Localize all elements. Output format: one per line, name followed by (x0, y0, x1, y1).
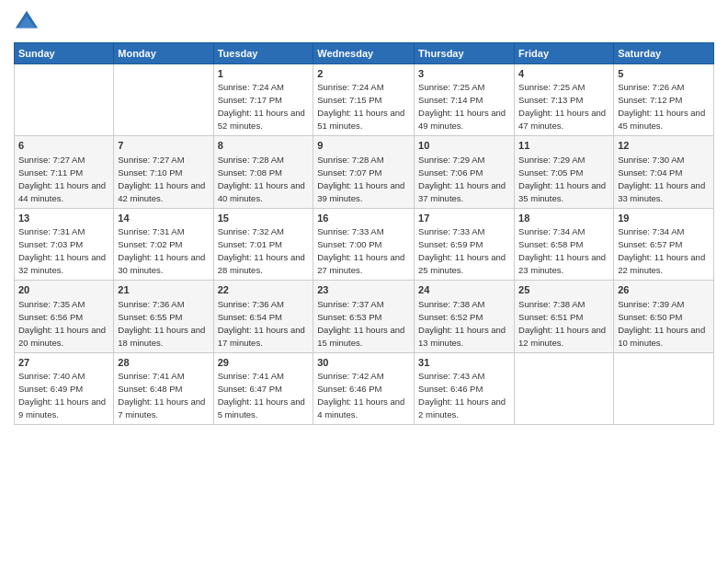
day-number: 15 (218, 212, 310, 225)
day-info: Sunrise: 7:29 AM Sunset: 7:05 PM Dayligh… (518, 155, 606, 203)
day-number: 17 (418, 212, 510, 225)
day-number: 10 (418, 139, 510, 153)
day-number: 11 (518, 139, 609, 153)
week-row-3: 13Sunrise: 7:31 AM Sunset: 7:03 PM Dayli… (15, 208, 714, 280)
calendar-table: SundayMondayTuesdayWednesdayThursdayFrid… (14, 42, 714, 425)
cell-4-1: 20Sunrise: 7:35 AM Sunset: 6:56 PM Dayli… (15, 281, 114, 352)
day-number: 29 (218, 356, 310, 370)
cell-3-3: 15Sunrise: 7:32 AM Sunset: 7:01 PM Dayli… (213, 208, 313, 280)
header-row: SundayMondayTuesdayWednesdayThursdayFrid… (15, 43, 714, 64)
cell-5-7 (614, 352, 714, 424)
cell-4-3: 22Sunrise: 7:36 AM Sunset: 6:54 PM Dayli… (213, 281, 313, 352)
day-info: Sunrise: 7:25 AM Sunset: 7:14 PM Dayligh… (418, 82, 506, 131)
day-number: 5 (618, 67, 710, 81)
cell-4-2: 21Sunrise: 7:36 AM Sunset: 6:55 PM Dayli… (114, 281, 213, 352)
cell-3-2: 14Sunrise: 7:31 AM Sunset: 7:02 PM Dayli… (114, 208, 213, 280)
cell-5-2: 28Sunrise: 7:41 AM Sunset: 6:48 PM Dayli… (114, 352, 213, 424)
cell-2-5: 10Sunrise: 7:29 AM Sunset: 7:06 PM Dayli… (415, 136, 515, 208)
cell-5-3: 29Sunrise: 7:41 AM Sunset: 6:47 PM Dayli… (213, 352, 313, 424)
cell-2-1: 6Sunrise: 7:27 AM Sunset: 7:11 PM Daylig… (15, 136, 114, 208)
cell-1-6: 4Sunrise: 7:25 AM Sunset: 7:13 PM Daylig… (515, 64, 614, 136)
header-thursday: Thursday (415, 43, 515, 64)
day-info: Sunrise: 7:31 AM Sunset: 7:03 PM Dayligh… (18, 226, 106, 275)
week-row-1: 1Sunrise: 7:24 AM Sunset: 7:17 PM Daylig… (15, 64, 714, 136)
cell-1-4: 2Sunrise: 7:24 AM Sunset: 7:15 PM Daylig… (313, 64, 415, 136)
cell-1-2 (114, 64, 213, 136)
day-info: Sunrise: 7:33 AM Sunset: 7:00 PM Dayligh… (317, 226, 404, 275)
day-info: Sunrise: 7:43 AM Sunset: 6:46 PM Dayligh… (418, 371, 506, 419)
page-container: SundayMondayTuesdayWednesdayThursdayFrid… (0, 0, 728, 563)
header-sunday: Sunday (15, 43, 114, 64)
cell-4-5: 24Sunrise: 7:38 AM Sunset: 6:52 PM Dayli… (415, 281, 515, 352)
day-number: 25 (518, 283, 609, 297)
day-number: 6 (18, 139, 109, 153)
cell-3-6: 18Sunrise: 7:34 AM Sunset: 6:58 PM Dayli… (515, 208, 614, 280)
day-number: 8 (218, 139, 310, 153)
day-info: Sunrise: 7:38 AM Sunset: 6:52 PM Dayligh… (418, 299, 506, 348)
cell-3-1: 13Sunrise: 7:31 AM Sunset: 7:03 PM Dayli… (15, 208, 114, 280)
day-number: 4 (518, 67, 609, 81)
cell-5-4: 30Sunrise: 7:42 AM Sunset: 6:46 PM Dayli… (313, 352, 415, 424)
day-info: Sunrise: 7:41 AM Sunset: 6:48 PM Dayligh… (118, 371, 205, 419)
logo (14, 9, 43, 35)
day-number: 1 (218, 67, 310, 81)
day-number: 19 (618, 212, 710, 225)
day-number: 31 (418, 356, 510, 370)
header-friday: Friday (515, 43, 614, 64)
cell-1-3: 1Sunrise: 7:24 AM Sunset: 7:17 PM Daylig… (213, 64, 313, 136)
cell-2-2: 7Sunrise: 7:27 AM Sunset: 7:10 PM Daylig… (114, 136, 213, 208)
day-info: Sunrise: 7:40 AM Sunset: 6:49 PM Dayligh… (18, 371, 106, 419)
header-monday: Monday (114, 43, 213, 64)
week-row-4: 20Sunrise: 7:35 AM Sunset: 6:56 PM Dayli… (15, 281, 714, 352)
day-info: Sunrise: 7:38 AM Sunset: 6:51 PM Dayligh… (518, 299, 606, 348)
calendar-header: SundayMondayTuesdayWednesdayThursdayFrid… (15, 43, 714, 64)
day-number: 13 (18, 212, 109, 225)
day-number: 24 (418, 283, 510, 297)
day-number: 12 (618, 139, 710, 153)
day-number: 7 (118, 139, 209, 153)
cell-1-7: 5Sunrise: 7:26 AM Sunset: 7:12 PM Daylig… (614, 64, 714, 136)
day-info: Sunrise: 7:24 AM Sunset: 7:17 PM Dayligh… (218, 82, 305, 131)
day-info: Sunrise: 7:36 AM Sunset: 6:54 PM Dayligh… (218, 299, 305, 348)
cell-4-6: 25Sunrise: 7:38 AM Sunset: 6:51 PM Dayli… (515, 281, 614, 352)
cell-4-4: 23Sunrise: 7:37 AM Sunset: 6:53 PM Dayli… (313, 281, 415, 352)
cell-5-1: 27Sunrise: 7:40 AM Sunset: 6:49 PM Dayli… (15, 352, 114, 424)
day-info: Sunrise: 7:34 AM Sunset: 6:57 PM Dayligh… (618, 226, 705, 275)
day-info: Sunrise: 7:31 AM Sunset: 7:02 PM Dayligh… (118, 226, 205, 275)
day-info: Sunrise: 7:28 AM Sunset: 7:08 PM Dayligh… (218, 155, 305, 203)
day-number: 16 (317, 212, 410, 225)
day-number: 28 (118, 356, 209, 370)
day-info: Sunrise: 7:36 AM Sunset: 6:55 PM Dayligh… (118, 299, 205, 348)
cell-3-7: 19Sunrise: 7:34 AM Sunset: 6:57 PM Dayli… (614, 208, 714, 280)
day-info: Sunrise: 7:27 AM Sunset: 7:10 PM Dayligh… (118, 155, 205, 203)
cell-5-5: 31Sunrise: 7:43 AM Sunset: 6:46 PM Dayli… (415, 352, 515, 424)
header-saturday: Saturday (614, 43, 714, 64)
day-number: 20 (18, 283, 109, 297)
day-info: Sunrise: 7:41 AM Sunset: 6:47 PM Dayligh… (218, 371, 305, 419)
day-info: Sunrise: 7:39 AM Sunset: 6:50 PM Dayligh… (618, 299, 705, 348)
day-number: 30 (317, 356, 410, 370)
day-info: Sunrise: 7:27 AM Sunset: 7:11 PM Dayligh… (18, 155, 106, 203)
day-number: 22 (218, 283, 310, 297)
day-info: Sunrise: 7:34 AM Sunset: 6:58 PM Dayligh… (518, 226, 606, 275)
cell-4-7: 26Sunrise: 7:39 AM Sunset: 6:50 PM Dayli… (614, 281, 714, 352)
cell-2-6: 11Sunrise: 7:29 AM Sunset: 7:05 PM Dayli… (515, 136, 614, 208)
week-row-5: 27Sunrise: 7:40 AM Sunset: 6:49 PM Dayli… (15, 352, 714, 424)
day-info: Sunrise: 7:32 AM Sunset: 7:01 PM Dayligh… (218, 226, 305, 275)
day-info: Sunrise: 7:25 AM Sunset: 7:13 PM Dayligh… (518, 82, 606, 131)
day-number: 27 (18, 356, 109, 370)
cell-1-5: 3Sunrise: 7:25 AM Sunset: 7:14 PM Daylig… (415, 64, 515, 136)
day-number: 23 (317, 283, 410, 297)
day-info: Sunrise: 7:30 AM Sunset: 7:04 PM Dayligh… (618, 155, 705, 203)
day-info: Sunrise: 7:33 AM Sunset: 6:59 PM Dayligh… (418, 226, 506, 275)
day-number: 14 (118, 212, 209, 225)
day-number: 18 (518, 212, 609, 225)
day-number: 3 (418, 67, 510, 81)
day-number: 9 (317, 139, 410, 153)
day-info: Sunrise: 7:28 AM Sunset: 7:07 PM Dayligh… (317, 155, 404, 203)
cell-2-4: 9Sunrise: 7:28 AM Sunset: 7:07 PM Daylig… (313, 136, 415, 208)
header-tuesday: Tuesday (213, 43, 313, 64)
day-info: Sunrise: 7:24 AM Sunset: 7:15 PM Dayligh… (317, 82, 404, 131)
day-info: Sunrise: 7:42 AM Sunset: 6:46 PM Dayligh… (317, 371, 404, 419)
logo-icon (14, 9, 40, 35)
